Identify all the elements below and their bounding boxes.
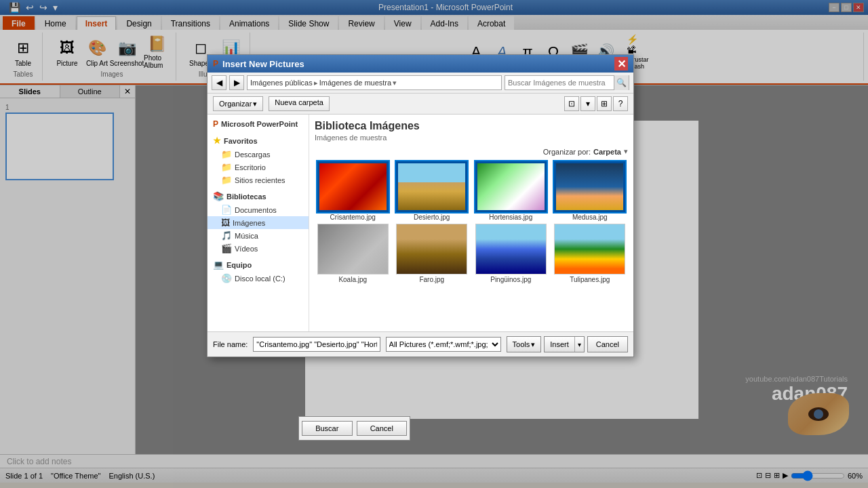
org-dropdown-icon[interactable]: ▾ (624, 147, 628, 156)
filetype-select[interactable]: All Pictures (*.emf;*.wmf;*.jpg; (386, 337, 501, 352)
sidebar-item-sitios-recientes[interactable]: 📁 Sitios recientes (208, 174, 309, 186)
image-thumb-koala (317, 224, 389, 274)
search-button[interactable]: 🔍 (614, 75, 629, 90)
view-buttons: ⊡ ▾ ⊞ ? (564, 96, 628, 111)
empty-slot-3 (473, 286, 549, 331)
sidebar-item-escritorio[interactable]: 📁 Escritorio (208, 161, 309, 174)
image-label-koala: Koala.jpg (317, 276, 389, 283)
dialog-sidebar: P Microsoft PowerPoint ★ Favoritos 📁 Des… (208, 115, 309, 331)
sidebar-item-musica[interactable]: 🎵 Música (208, 229, 309, 242)
path-current: Imágenes de muestra (319, 79, 391, 87)
dialog-titlebar: P Insert New Pictures ✕ (208, 55, 633, 73)
footer-buttons: Tools ▾ Insert ▾ Cancel (507, 336, 628, 352)
forward-button[interactable]: ▶ (229, 75, 244, 90)
search-input[interactable] (505, 79, 614, 87)
org-label: Organizar por: (543, 148, 591, 156)
image-label-crisantemo: Crisantemo.jpg (317, 214, 389, 221)
image-item-koala[interactable]: Koala.jpg (315, 224, 391, 283)
dialog-nav-toolbar: ◀ ▶ Imágenes públicas ▸ Imágenes de mues… (208, 73, 633, 94)
folder-icon: 🎵 (221, 230, 232, 241)
image-item-crisantemo[interactable]: Crisantemo.jpg (315, 161, 391, 221)
empty-slot-2 (394, 286, 471, 331)
image-label-medusa: Medusa.jpg (554, 214, 625, 221)
disk-icon: 💿 (221, 273, 232, 283)
image-item-medusa[interactable]: Medusa.jpg (552, 161, 629, 221)
path-bar[interactable]: Imágenes públicas ▸ Imágenes de muestra … (247, 75, 502, 90)
image-item-pinguinos[interactable]: Pingüinos.jpg (473, 224, 549, 283)
image-item-faro[interactable]: Faro.jpg (394, 224, 471, 283)
filename-input[interactable] (253, 337, 380, 352)
insert-button[interactable]: Insert ▾ (544, 336, 585, 352)
library-subtitle: Imágenes de muestra (315, 134, 628, 142)
library-icon: 📚 (213, 191, 224, 201)
sidebar-item-documentos[interactable]: 📄 Documentos (208, 203, 309, 216)
dialog-body: P Microsoft PowerPoint ★ Favoritos 📁 Des… (208, 115, 633, 331)
view-btn-2[interactable]: ▾ (580, 96, 595, 111)
search-box: 🔍 (505, 75, 629, 90)
image-thumb-tulipanes (554, 224, 625, 274)
ppt-dialog-icon: P (213, 59, 218, 68)
folder-icon: 🖼 (221, 218, 230, 228)
sidebar-ppt-item[interactable]: P Microsoft PowerPoint (208, 117, 309, 131)
org-value[interactable]: Carpeta (593, 148, 621, 156)
folder-icon: 🎬 (221, 243, 232, 253)
help-button[interactable]: ? (613, 96, 628, 111)
folder-icon: 📁 (221, 149, 232, 159)
empty-slot-1 (315, 286, 391, 331)
library-title: Biblioteca Imágenes (315, 120, 628, 132)
sidebar-bibliotecas-header[interactable]: 📚 Bibliotecas (208, 189, 309, 203)
image-thumb-hortensias (475, 161, 547, 212)
image-item-desierto[interactable]: Desierto.jpg (394, 161, 471, 221)
image-label-pinguinos: Pingüinos.jpg (475, 276, 547, 283)
filename-label: File name: (213, 340, 248, 348)
image-thumb-desierto (396, 161, 467, 212)
dialog-toolbar2: Organizar ▾ Nueva carpeta ⊡ ▾ ⊞ ? (208, 94, 633, 115)
background-dialog: Buscar Cancel (298, 416, 410, 441)
new-folder-button[interactable]: Nueva carpeta (269, 96, 330, 111)
sidebar-item-videos[interactable]: 🎬 Vídeos (208, 242, 309, 255)
path-dropdown[interactable]: ▾ (393, 79, 397, 87)
folder-icon: 📁 (221, 162, 232, 172)
image-label-desierto: Desierto.jpg (396, 214, 467, 221)
insert-pictures-dialog: P Insert New Pictures ✕ ◀ ▶ Imágenes púb… (207, 54, 634, 357)
dialog-close-button[interactable]: ✕ (614, 57, 628, 70)
image-label-faro: Faro.jpg (396, 276, 467, 283)
view-btn-1[interactable]: ⊡ (564, 96, 579, 111)
sidebar-section-equipo: 💻 Equipo 💿 Disco local (C:) (208, 258, 309, 285)
sidebar-section-ppt: P Microsoft PowerPoint (208, 117, 309, 131)
library-org-bar: Organizar por: Carpeta ▾ (315, 147, 628, 156)
buscar-button[interactable]: Buscar (302, 421, 353, 436)
view-btn-3[interactable]: ⊞ (597, 96, 612, 111)
sidebar-item-imagenes[interactable]: 🖼 Imágenes (208, 216, 309, 229)
tools-button[interactable]: Tools ▾ (507, 336, 542, 352)
ppt-icon: P (213, 119, 218, 129)
sidebar-item-descargas[interactable]: 📁 Descargas (208, 148, 309, 161)
modal-overlay: P Insert New Pictures ✕ ◀ ▶ Imágenes púb… (0, 0, 868, 488)
image-thumb-medusa (554, 161, 625, 212)
cancel-button[interactable]: Cancel (587, 336, 628, 352)
image-thumb-pinguinos (475, 224, 547, 274)
organizar-button[interactable]: Organizar ▾ (213, 96, 263, 111)
image-label-hortensias: Hortensias.jpg (475, 214, 547, 221)
insert-main-button[interactable]: Insert (545, 337, 575, 352)
computer-icon: 💻 (213, 260, 224, 270)
image-item-tulipanes[interactable]: Tulipanes.jpg (552, 224, 629, 283)
folder-icon: 📄 (221, 205, 232, 215)
image-item-hortensias[interactable]: Hortensias.jpg (473, 161, 549, 221)
insert-dropdown-button[interactable]: ▾ (575, 337, 584, 352)
image-grid: Crisantemo.jpg Desierto.jpg Hortensias.j… (315, 161, 628, 331)
back-button[interactable]: ◀ (212, 75, 226, 90)
sidebar-item-disco-local[interactable]: 💿 Disco local (C:) (208, 272, 309, 285)
dialog-footer: File name: All Pictures (*.emf;*.wmf;*.j… (208, 331, 633, 357)
sidebar-equipo-header[interactable]: 💻 Equipo (208, 258, 309, 272)
dialog-title-text: Insert New Pictures (222, 59, 304, 69)
path-arrow-1: ▸ (314, 79, 318, 87)
sidebar-favoritos-header[interactable]: ★ Favoritos (208, 134, 309, 148)
sidebar-section-favoritos: ★ Favoritos 📁 Descargas 📁 Escritorio 📁 S… (208, 134, 309, 186)
star-icon: ★ (213, 136, 221, 146)
path-root: Imágenes públicas (250, 79, 313, 87)
image-thumb-faro (396, 224, 467, 274)
sidebar-section-bibliotecas: 📚 Bibliotecas 📄 Documentos 🖼 Imágenes 🎵 … (208, 189, 309, 255)
bg-cancel-button[interactable]: Cancel (357, 421, 408, 436)
file-grid: Biblioteca Imágenes Imágenes de muestra … (309, 115, 633, 331)
